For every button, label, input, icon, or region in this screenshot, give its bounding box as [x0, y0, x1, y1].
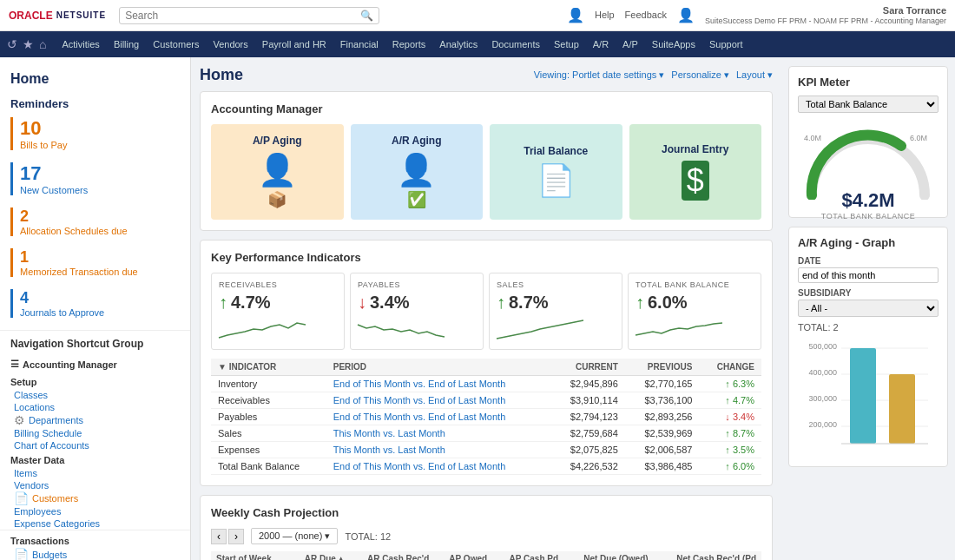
ar-subsidiary-select[interactable]: - All - — [798, 300, 939, 317]
td-current-2: $2,794,123 — [550, 409, 625, 425]
wcp-th-ar-due[interactable]: AR Due ▴ — [290, 551, 348, 560]
link-departments[interactable]: Departments — [29, 414, 83, 426]
kpi-sales-label: SALES — [497, 280, 615, 289]
nav-financial[interactable]: Financial — [333, 31, 385, 57]
ar-date-label: DATE — [798, 256, 939, 266]
kpi-bank-label: TOTAL BANK BALANCE — [636, 280, 754, 289]
wcp-total: TOTAL: 12 — [345, 531, 391, 542]
td-period-5[interactable]: End of This Month vs. End of Last Month — [326, 458, 550, 475]
kpi-payables-value: ↓ 3.4% — [358, 293, 476, 313]
am-icon-trial: 📄 — [537, 162, 576, 199]
nav-billing[interactable]: Billing — [107, 31, 146, 57]
ar-subsidiary-label: SUBSIDIARY — [798, 288, 939, 298]
ar-subsidiary-group: SUBSIDIARY - All - — [798, 288, 939, 317]
th-previous: PREVIOUS — [625, 359, 700, 376]
wcp-next-btn[interactable]: › — [228, 529, 244, 544]
link-customers[interactable]: Customers — [32, 492, 78, 504]
wcp-period[interactable]: 2000 — (none) ▾ — [251, 528, 338, 544]
table-row: Total Bank Balance End of This Month vs.… — [211, 458, 761, 475]
reminder-num-memorized: 1 — [20, 248, 180, 267]
feedback-link[interactable]: Feedback — [625, 10, 667, 20]
td-period-3[interactable]: This Month vs. Last Month — [326, 425, 550, 442]
transactions-links: 📄 Budgets Import JEs — [0, 548, 190, 560]
kpi-grid: RECEIVABLES ↑ 4.7% PAYABLES ↓ — [211, 273, 761, 350]
favorites-icon[interactable]: ★ — [23, 37, 34, 51]
nav-vendors[interactable]: Vendors — [206, 31, 254, 57]
nav-activities[interactable]: Activities — [55, 31, 106, 57]
search-bar[interactable]: 🔍 — [119, 7, 379, 24]
nav-setup[interactable]: Setup — [547, 31, 586, 57]
ar-aging-title: A/R Aging - Graph — [798, 236, 939, 249]
home-icon[interactable]: ⌂ — [39, 37, 46, 51]
link-locations[interactable]: Locations — [14, 401, 190, 413]
kpi-down-icon: ↓ — [358, 293, 366, 313]
ar-date-input[interactable] — [798, 267, 939, 283]
am-label-ar: A/R Aging — [392, 135, 442, 147]
help-link[interactable]: Help — [595, 10, 615, 20]
nav-customers[interactable]: Customers — [146, 31, 206, 57]
kpi-table: ▼ INDICATOR PERIOD CURRENT PREVIOUS CHAN… — [211, 359, 761, 475]
search-input[interactable] — [125, 10, 360, 22]
link-items[interactable]: Items — [14, 467, 190, 479]
am-item-ar-aging[interactable]: A/R Aging 👤 ✅ — [351, 124, 484, 220]
am-item-ap-aging[interactable]: A/P Aging 👤 📦 — [211, 124, 344, 220]
reminder-border-bills: 10 Bills to Pay — [10, 117, 180, 150]
ap-icon-box: 📦 — [267, 190, 286, 209]
wcp-prev-btn[interactable]: ‹ — [211, 529, 227, 544]
kpi-receivables-label: RECEIVABLES — [219, 280, 337, 289]
viewing-settings[interactable]: Viewing: Portlet date settings ▾ — [534, 69, 665, 81]
table-row: Inventory End of This Month vs. End of L… — [211, 376, 761, 392]
reminder-link-bills[interactable]: Bills to Pay — [20, 140, 180, 150]
nav-ar[interactable]: A/R — [586, 31, 616, 57]
nav-payroll[interactable]: Payroll and HR — [255, 31, 333, 57]
search-icon[interactable]: 🔍 — [360, 10, 373, 22]
nav-analytics[interactable]: Analytics — [432, 31, 484, 57]
home-history-icon[interactable]: ↺ — [7, 37, 17, 51]
reminder-border-journals: 4 Journals to Approve — [10, 289, 180, 318]
reminder-border-customers: 17 New Customers — [10, 162, 180, 195]
layout-link[interactable]: Layout ▾ — [736, 69, 773, 81]
link-chart-of-accounts[interactable]: Chart of Accounts — [14, 439, 190, 451]
nav-group-title[interactable]: ☰ Accounting Manager — [10, 359, 180, 370]
link-vendors[interactable]: Vendors — [14, 479, 190, 491]
nav-ap[interactable]: A/P — [616, 31, 645, 57]
page-header: Home Viewing: Portlet date settings ▾ Pe… — [200, 66, 773, 84]
table-row: Receivables End of This Month vs. End of… — [211, 392, 761, 409]
nav-reports[interactable]: Reports — [385, 31, 433, 57]
gauge-container: 0 4.0M 6.0M $4.2M TOTAL BANK BALANCE — [799, 122, 938, 208]
weekly-cash-card: Weekly Cash Projection ‹ › 2000 — (none)… — [200, 495, 773, 560]
link-budgets[interactable]: Budgets — [32, 549, 67, 560]
reminder-link-journals[interactable]: Journals to Approve — [20, 307, 180, 318]
filter-icon[interactable]: ▼ — [218, 362, 227, 372]
am-item-journal-entry[interactable]: Journal Entry $ — [629, 124, 762, 220]
nav-support[interactable]: Support — [702, 31, 750, 57]
reminder-allocation: 2 Allocation Schedules due — [0, 204, 190, 245]
wcp-th-week: Start of Week — [211, 551, 290, 560]
kpi-up-icon: ↑ — [219, 293, 227, 313]
nav-documents[interactable]: Documents — [484, 31, 547, 57]
link-classes[interactable]: Classes — [14, 389, 190, 401]
th-change: CHANGE — [699, 359, 761, 376]
reminder-link-allocation[interactable]: Allocation Schedules due — [20, 226, 180, 236]
td-period-1[interactable]: End of This Month vs. End of Last Month — [326, 392, 550, 409]
td-indicator-0: Inventory — [211, 376, 326, 392]
link-billing-schedule[interactable]: Billing Schedule — [14, 427, 190, 439]
table-row: Payables End of This Month vs. End of La… — [211, 409, 761, 425]
td-period-4[interactable]: This Month vs. Last Month — [326, 442, 550, 458]
am-item-trial-balance[interactable]: Trial Balance 📄 — [490, 124, 622, 220]
link-expense-categories[interactable]: Expense Categories — [14, 517, 190, 530]
reminder-link-memorized[interactable]: Memorized Transaction due — [20, 267, 180, 277]
kpi-meter-select[interactable]: Total Bank Balance — [798, 96, 939, 113]
reminder-border-memorized: 1 Memorized Transaction due — [10, 248, 180, 277]
td-period-0[interactable]: End of This Month vs. End of Last Month — [326, 376, 550, 392]
kpi-bank-up-icon: ↑ — [636, 293, 644, 313]
personalize-link[interactable]: Personalize ▾ — [671, 69, 729, 81]
kpi-receivables-value: ↑ 4.7% — [219, 293, 337, 313]
nav-suiteapps[interactable]: SuiteApps — [645, 31, 702, 57]
reminder-link-customers[interactable]: New Customers — [20, 185, 180, 195]
link-employees[interactable]: Employees — [14, 505, 190, 517]
td-period-2[interactable]: End of This Month vs. End of Last Month — [326, 409, 550, 425]
td-change-4: ↑ 3.5% — [699, 442, 761, 458]
svg-text:200,000: 200,000 — [808, 420, 837, 429]
wcp-th-ap-owed: AP Owed — [434, 551, 492, 560]
